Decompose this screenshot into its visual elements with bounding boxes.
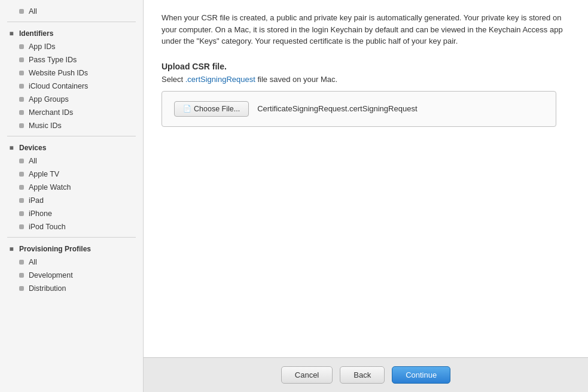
pass-type-ids-label: Pass Type IDs bbox=[29, 56, 77, 64]
sidebar-item-apple-tv[interactable]: Apple TV bbox=[0, 168, 143, 181]
sidebar-item-app-groups[interactable]: App Groups bbox=[0, 93, 143, 106]
devices-icon: ■ bbox=[7, 144, 16, 152]
content-body: When your CSR file is created, a public … bbox=[144, 0, 588, 357]
dot-icon bbox=[19, 185, 24, 190]
ipad-label: iPad bbox=[29, 196, 44, 205]
dot-icon bbox=[19, 57, 24, 62]
continue-button[interactable]: Continue bbox=[392, 366, 450, 384]
description-text: When your CSR file is created, a public … bbox=[162, 12, 570, 47]
provisioning-header-label: Provisioning Profiles bbox=[19, 245, 91, 253]
main-content: When your CSR file is created, a public … bbox=[144, 0, 588, 392]
sidebar-all-top-label: All bbox=[29, 7, 37, 16]
provisioning-icon: ■ bbox=[7, 245, 16, 253]
dot-icon bbox=[19, 198, 24, 203]
sidebar-item-pass-type-ids[interactable]: Pass Type IDs bbox=[0, 53, 143, 66]
identifiers-icon: ■ bbox=[7, 29, 16, 38]
sidebar-item-devices-all[interactable]: All bbox=[0, 154, 143, 168]
distribution-label: Distribution bbox=[29, 284, 66, 293]
devices-header-label: Devices bbox=[19, 144, 46, 152]
dot-icon bbox=[19, 260, 24, 265]
sidebar: All ■ Identifiers App IDs Pass Type IDs … bbox=[0, 0, 144, 392]
file-icon: 📄 bbox=[183, 105, 191, 113]
sidebar-item-music-ids[interactable]: Music IDs bbox=[0, 119, 143, 132]
sidebar-divider-3 bbox=[7, 237, 136, 238]
dot-icon bbox=[19, 172, 24, 177]
sidebar-item-distribution[interactable]: Distribution bbox=[0, 282, 143, 295]
dot-icon bbox=[19, 44, 24, 49]
ipod-touch-label: iPod Touch bbox=[29, 223, 66, 231]
sidebar-section-devices[interactable]: ■ Devices bbox=[0, 140, 143, 154]
sidebar-section-provisioning[interactable]: ■ Provisioning Profiles bbox=[0, 241, 143, 256]
dot-icon bbox=[19, 110, 24, 115]
icloud-containers-label: iCloud Containers bbox=[29, 82, 88, 90]
apple-watch-label: Apple Watch bbox=[29, 183, 71, 192]
upload-instruction-prefix: Select bbox=[162, 75, 185, 84]
website-push-ids-label: Website Push IDs bbox=[29, 69, 88, 77]
sidebar-item-ipad[interactable]: iPad bbox=[0, 194, 143, 207]
app-groups-label: App Groups bbox=[29, 95, 69, 104]
csr-link: .certSigningRequest bbox=[185, 75, 255, 84]
choose-file-button[interactable]: 📄 Choose File... bbox=[174, 101, 249, 117]
development-label: Development bbox=[29, 271, 73, 279]
dot-icon bbox=[19, 224, 24, 229]
iphone-label: iPhone bbox=[29, 209, 52, 218]
file-name-display: CertificateSigningRequest.certSigningReq… bbox=[257, 104, 417, 113]
sidebar-item-all-top[interactable]: All bbox=[0, 5, 143, 18]
app-ids-label: App IDs bbox=[29, 42, 55, 51]
sidebar-item-iphone[interactable]: iPhone bbox=[0, 207, 143, 220]
dot-icon bbox=[19, 273, 24, 278]
dot-icon bbox=[19, 211, 24, 216]
upload-instruction: Select .certSigningRequest file saved on… bbox=[162, 75, 570, 84]
devices-all-label: All bbox=[29, 157, 37, 165]
choose-file-label: Choose File... bbox=[194, 105, 240, 113]
sidebar-item-development[interactable]: Development bbox=[0, 269, 143, 282]
dot-icon bbox=[19, 71, 24, 75]
upload-title: Upload CSR file. bbox=[162, 62, 570, 71]
sidebar-divider-1 bbox=[7, 22, 136, 22]
sidebar-item-icloud-containers[interactable]: iCloud Containers bbox=[0, 80, 143, 93]
dot-icon bbox=[19, 9, 24, 14]
music-ids-label: Music IDs bbox=[29, 121, 62, 130]
profiles-all-label: All bbox=[29, 258, 37, 266]
dot-icon bbox=[19, 159, 24, 163]
sidebar-item-apple-watch[interactable]: Apple Watch bbox=[0, 181, 143, 194]
sidebar-item-profiles-all[interactable]: All bbox=[0, 256, 143, 269]
dot-icon bbox=[19, 286, 24, 291]
merchant-ids-label: Merchant IDs bbox=[29, 108, 73, 117]
footer: Cancel Back Continue bbox=[144, 357, 588, 392]
identifiers-header-label: Identifiers bbox=[19, 29, 53, 38]
back-button[interactable]: Back bbox=[340, 366, 385, 384]
cancel-button[interactable]: Cancel bbox=[281, 366, 333, 384]
sidebar-item-merchant-ids[interactable]: Merchant IDs bbox=[0, 106, 143, 119]
sidebar-divider-2 bbox=[7, 136, 136, 136]
upload-box: 📄 Choose File... CertificateSigningReque… bbox=[162, 91, 556, 127]
dot-icon bbox=[19, 97, 24, 102]
dot-icon bbox=[19, 84, 24, 89]
sidebar-item-website-push-ids[interactable]: Website Push IDs bbox=[0, 66, 143, 80]
upload-instruction-suffix: file saved on your Mac. bbox=[255, 75, 337, 84]
sidebar-section-identifiers[interactable]: ■ Identifiers bbox=[0, 26, 143, 40]
apple-tv-label: Apple TV bbox=[29, 170, 59, 178]
dot-icon bbox=[19, 123, 24, 128]
sidebar-item-app-ids[interactable]: App IDs bbox=[0, 40, 143, 53]
sidebar-item-ipod-touch[interactable]: iPod Touch bbox=[0, 220, 143, 233]
